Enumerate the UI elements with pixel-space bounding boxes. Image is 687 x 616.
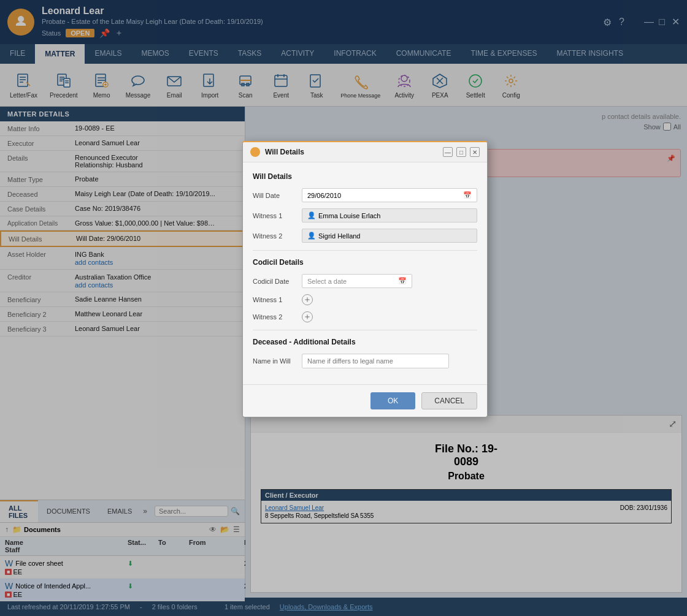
calendar-icon[interactable]: 📅 xyxy=(463,191,472,199)
codicil-section-title: Codicil Details xyxy=(253,258,477,267)
will-details-modal: Will Details — □ ✕ Will Details Will Dat… xyxy=(242,141,488,417)
codicil-date-field: Codicil Date Select a date 📅 xyxy=(253,274,477,288)
codicil-date-label: Codicil Date xyxy=(253,278,302,285)
name-in-will-input[interactable] xyxy=(302,354,449,368)
codicil-calendar-icon[interactable]: 📅 xyxy=(398,277,407,285)
codicil-date-input[interactable]: Select a date 📅 xyxy=(302,274,412,288)
will-date-input[interactable]: 29/06/2010 📅 xyxy=(302,188,477,202)
codicil-witness2-label: Witness 2 xyxy=(253,313,302,321)
add-codicil-witness2-icon[interactable]: ＋ xyxy=(302,311,313,322)
witness2-value: Sigrid Helland xyxy=(318,232,360,240)
modal-minimize-button[interactable]: — xyxy=(443,147,453,157)
deceased-section-title: Deceased - Additional Details xyxy=(253,338,477,346)
modal-close-button[interactable]: ✕ xyxy=(470,147,480,157)
codicil-witness1-field: Witness 1 ＋ xyxy=(253,294,477,305)
modal-title-left: Will Details xyxy=(250,147,304,157)
modal-footer: OK CANCEL xyxy=(243,384,487,417)
modal-window-controls: — □ ✕ xyxy=(443,147,480,157)
will-date-label: Will Date xyxy=(253,192,302,199)
codicil-witness1-add[interactable]: ＋ xyxy=(302,294,313,305)
witness1-input[interactable]: 👤 Emma Louise Erlach xyxy=(302,208,477,222)
codicil-witness2-field: Witness 2 ＋ xyxy=(253,311,477,322)
will-date-value: 29/06/2010 xyxy=(307,192,341,199)
witness2-input[interactable]: 👤 Sigrid Helland xyxy=(302,229,477,243)
modal-overlay: Will Details — □ ✕ Will Details Will Dat… xyxy=(0,0,687,616)
witness1-value: Emma Louise Erlach xyxy=(318,212,381,219)
modal-divider xyxy=(253,250,477,251)
add-codicil-witness1-icon[interactable]: ＋ xyxy=(302,294,313,305)
name-in-will-label: Name in Will xyxy=(253,357,302,365)
modal-divider-2 xyxy=(253,330,477,330)
person2-icon: 👤 xyxy=(307,232,316,240)
ok-button[interactable]: OK xyxy=(370,392,415,409)
witness1-label: Witness 1 xyxy=(253,212,302,219)
modal-title-icon xyxy=(250,147,260,157)
modal-title-text: Will Details xyxy=(265,148,304,156)
codicil-date-placeholder: Select a date xyxy=(307,278,347,285)
codicil-witness1-label: Witness 1 xyxy=(253,296,302,303)
witness2-label: Witness 2 xyxy=(253,232,302,240)
name-in-will-field: Name in Will xyxy=(253,354,477,368)
person1-icon: 👤 xyxy=(307,211,316,219)
will-section-title: Will Details xyxy=(253,172,477,181)
witness1-field: Witness 1 👤 Emma Louise Erlach xyxy=(253,208,477,222)
cancel-button[interactable]: CANCEL xyxy=(421,392,477,409)
modal-titlebar: Will Details — □ ✕ xyxy=(243,142,487,162)
codicil-witness2-add[interactable]: ＋ xyxy=(302,311,313,322)
witness2-field: Witness 2 👤 Sigrid Helland xyxy=(253,229,477,243)
modal-body: Will Details Will Date 29/06/2010 📅 Witn… xyxy=(243,162,487,384)
will-date-field: Will Date 29/06/2010 📅 xyxy=(253,188,477,202)
modal-maximize-button[interactable]: □ xyxy=(456,147,466,157)
